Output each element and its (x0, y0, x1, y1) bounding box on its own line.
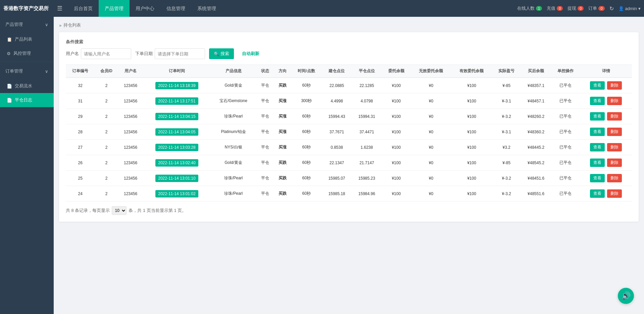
float-action-button[interactable]: 🔊 (618, 288, 634, 304)
order-info: 订单 0 (588, 5, 604, 11)
time-badge: 2022-11-14 13:02:40 (155, 159, 198, 167)
sidebar-section-product[interactable]: 产品管理 ∨ (0, 17, 54, 32)
sidebar-item-close-log[interactable]: 📄 平仓日志 (0, 93, 54, 107)
nav-item-system[interactable]: 系统管理 (191, 0, 222, 17)
view-button[interactable]: 查看 (590, 143, 605, 151)
th-open-price: 建仓点位 (322, 65, 352, 78)
cell-direction: 买涨 (274, 124, 291, 140)
th-product: 产品信息 (210, 65, 256, 78)
cell-open-price: 15985.07 (322, 171, 352, 186)
product-list-icon: 📋 (7, 37, 12, 42)
time-badge: 2022-11-14 13:18:39 (155, 82, 198, 89)
sidebar-section-product-label: 产品管理 (5, 21, 23, 28)
top-right-info: 在线人数 1 充值 0 提现 0 订单 0 ↻ 👤 admin ▾ (517, 5, 641, 12)
cell-entrust: ¥100 (382, 78, 411, 93)
cell-valid-entrust: ¥100 (451, 155, 492, 171)
cell-order-id: 27 (66, 140, 95, 155)
cell-invalid-entrust: ¥0 (411, 109, 451, 124)
cell-order-time: 2022-11-14 13:04:05 (143, 124, 211, 140)
delete-button[interactable]: 删除 (607, 189, 622, 198)
cell-valid-entrust: ¥100 (451, 78, 492, 93)
username-input[interactable] (81, 48, 131, 59)
site-logo: 香港数字资产交易所 (3, 5, 57, 12)
cell-username: 123456 (118, 186, 143, 201)
nav-item-product[interactable]: 产品管理 (99, 0, 130, 17)
cell-detail: 查看 删除 (580, 93, 632, 109)
cell-status: 平仓 (256, 155, 274, 171)
nav-item-info[interactable]: 信息管理 (160, 0, 191, 17)
cell-open-price: 22.0885 (322, 78, 352, 93)
admin-label: admin (625, 6, 637, 11)
nav-item-user[interactable]: 用户中心 (130, 0, 160, 17)
refresh-icon[interactable]: ↻ (609, 5, 614, 12)
sidebar-item-product-list[interactable]: 📋 产品列表 (0, 32, 54, 46)
cell-pnl: ¥-3.1 (492, 124, 521, 140)
delete-button[interactable]: 删除 (607, 143, 622, 151)
cell-balance-after: ¥48360.2 (521, 124, 551, 140)
search-button[interactable]: 🔍 搜索 (209, 48, 234, 59)
delete-button[interactable]: 删除 (607, 97, 622, 105)
online-count: 1 (536, 6, 542, 11)
delete-button[interactable]: 删除 (607, 174, 622, 182)
pagination-suffix: 条，共 1 页当前显示第 1 页。 (129, 208, 186, 214)
cell-time-points: 60秒 (291, 78, 322, 93)
search-bar: 条件搜索 用户名 下单日期 🔍 搜索 自动刷新 (66, 39, 632, 59)
cell-balance-after: ¥48357.1 (521, 78, 551, 93)
sidebar-divider (0, 62, 54, 62)
menu-toggle-icon[interactable]: ☰ (57, 5, 62, 12)
view-button[interactable]: 查看 (590, 174, 605, 182)
cell-invalid-entrust: ¥0 (411, 186, 451, 201)
cell-entrust: ¥100 (382, 124, 411, 140)
sidebar-item-trade-flow[interactable]: 📄 交易流水 (0, 79, 54, 93)
cell-balance-after: ¥48457.1 (521, 93, 551, 109)
auto-refresh-button[interactable]: 自动刷新 (238, 48, 263, 59)
cell-close-price: 1.6238 (352, 140, 382, 155)
sidebar-item-risk[interactable]: ⚙ 风控管理 (0, 46, 54, 60)
cell-pnl: ¥-3.1 (492, 93, 521, 109)
admin-menu[interactable]: 👤 admin ▾ (618, 6, 641, 11)
cell-entrust: ¥100 (382, 155, 411, 171)
cell-single-op: 已平仓 (551, 78, 580, 93)
date-input[interactable] (155, 48, 205, 59)
cell-member-id: 2 (95, 140, 118, 155)
time-badge: 2022-11-14 13:04:05 (155, 128, 198, 136)
cell-valid-entrust: ¥100 (451, 124, 492, 140)
nav-item-home[interactable]: 后台首页 (68, 0, 99, 17)
cell-product: 珍珠/Pearl (210, 171, 256, 186)
delete-button[interactable]: 删除 (607, 81, 622, 90)
per-page-select[interactable]: 10 20 50 (112, 206, 127, 215)
view-button[interactable]: 查看 (590, 112, 605, 121)
sidebar-section-order[interactable]: 订单管理 ∨ (0, 63, 54, 79)
recharge-label: 充值 (547, 5, 555, 11)
cell-direction: 买跌 (274, 186, 291, 201)
view-button[interactable]: 查看 (590, 81, 605, 90)
cell-order-id: 32 (66, 78, 95, 93)
cell-order-id: 26 (66, 155, 95, 171)
th-direction: 方向 (274, 65, 291, 78)
cell-single-op: 已平仓 (551, 186, 580, 201)
withdraw-count: 0 (578, 6, 584, 11)
time-badge: 2022-11-14 13:01:02 (155, 190, 198, 197)
cell-close-price: 4.0798 (352, 93, 382, 109)
delete-button[interactable]: 删除 (607, 112, 622, 121)
cell-single-op: 已平仓 (551, 140, 580, 155)
delete-button[interactable]: 删除 (607, 128, 622, 136)
table-row: 25 2 123456 2022-11-14 13:01:10 珍珠/Pearl… (66, 171, 632, 186)
cell-open-price: 22.1347 (322, 155, 352, 171)
cell-username: 123456 (118, 171, 143, 186)
th-order-time: 订单时间 (143, 65, 211, 78)
cell-username: 123456 (118, 140, 143, 155)
view-button[interactable]: 查看 (590, 97, 605, 105)
chevron-down-icon: ∨ (45, 22, 48, 27)
cell-detail: 查看 删除 (580, 186, 632, 201)
view-button[interactable]: 查看 (590, 128, 605, 136)
cell-time-points: 60秒 (291, 186, 322, 201)
table-row: 26 2 123456 2022-11-14 13:02:40 Gold/黄金 … (66, 155, 632, 171)
breadcrumb: » 持仓列表 (59, 22, 639, 28)
view-button[interactable]: 查看 (590, 159, 605, 167)
view-button[interactable]: 查看 (590, 189, 605, 198)
cell-balance-after: ¥48445.2 (521, 140, 551, 155)
delete-button[interactable]: 删除 (607, 159, 622, 167)
sidebar-section-order-label: 订单管理 (5, 68, 23, 74)
cell-order-time: 2022-11-14 13:18:39 (143, 78, 211, 93)
